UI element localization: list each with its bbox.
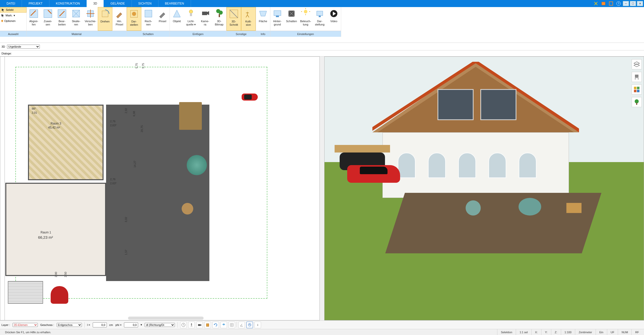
- ribbon-icon: [100, 8, 111, 19]
- svg-rect-1: [609, 2, 613, 5]
- terrain-select[interactable]: Urgelände: [7, 45, 40, 49]
- angle-icon[interactable]: [238, 322, 245, 328]
- ribbon-btn-beleuch[interactable]: Beleuch- tung: [299, 7, 313, 31]
- ribbon-btn-hinter[interactable]: Hinter- grund: [270, 7, 284, 31]
- ribbon: Selekt Mark. ▾ ✚ Optionen Auswahl Abgrei…: [0, 7, 644, 43]
- svg-rect-35: [635, 75, 638, 77]
- optionen-label: Optionen: [4, 19, 16, 22]
- ribbon-btn-zuwei[interactable]: Zuwei- sen: [41, 7, 55, 31]
- ribbon-btn-kolli[interactable]: Kolli- sion: [241, 7, 256, 31]
- camera-icon[interactable]: [196, 322, 203, 328]
- window-icon[interactable]: [608, 0, 614, 7]
- dropdown-icon[interactable]: ▾: [141, 323, 142, 326]
- svg-rect-39: [634, 87, 636, 89]
- ribbon-btn-skalie[interactable]: Skalie- ren: [69, 7, 83, 31]
- info-icon[interactable]: i: [254, 322, 261, 328]
- ribbon-btn-flche[interactable]: Fläche: [256, 7, 270, 31]
- svg-marker-31: [377, 67, 574, 132]
- svg-point-46: [191, 323, 192, 324]
- ribbon-btn-dar[interactable]: Dar- stellung: [313, 7, 327, 31]
- ribbon-label: Verschie- ben: [85, 20, 96, 26]
- svg-point-18: [219, 11, 223, 15]
- ribbon-label: Kolli- sion: [245, 20, 251, 26]
- geschoss-select[interactable]: Erdgeschos: [57, 323, 82, 327]
- ribbon-btn-abgrei[interactable]: Abgrei- fen: [27, 7, 41, 31]
- ribbon-btn-d[interactable]: 3D- Bitmap: [212, 7, 226, 31]
- book-icon[interactable]: [600, 0, 607, 7]
- room-1: [5, 183, 106, 276]
- walk-icon[interactable]: [188, 322, 195, 328]
- minimize-button[interactable]: ─: [623, 1, 629, 6]
- room1-area: 66,23 m²: [38, 235, 53, 239]
- l-input[interactable]: [93, 322, 107, 327]
- menu-sichten[interactable]: SICHTEN: [132, 0, 158, 7]
- maximize-button[interactable]: ☐: [630, 1, 636, 6]
- viewport-2d[interactable]: Raum 3 45,42 m² Raum 1 66,23 m² 88⁵ 2,01…: [0, 56, 320, 320]
- tree-icon[interactable]: [632, 97, 642, 107]
- menu-bar: DATEI PROJEKT KONSTRUKTION 3D GELÄNDE SI…: [0, 0, 644, 7]
- close-button[interactable]: ✕: [637, 1, 643, 6]
- dim-575a: 5,75: [135, 63, 138, 68]
- ribbon-btn-rech[interactable]: Rech- nen: [141, 7, 155, 31]
- ribbon-label: Kame- ra: [201, 20, 209, 26]
- tools-icon[interactable]: [593, 0, 599, 7]
- ribbon-icon: [71, 8, 82, 19]
- dim-250: 2,50: [64, 272, 67, 277]
- ribbon-btn-verschie[interactable]: Verschie- ben: [83, 7, 98, 31]
- ribbon-label: Pinsel: [159, 20, 166, 23]
- chair-icon[interactable]: [632, 72, 642, 82]
- ribbon-btn-licht[interactable]: Licht- quelle ▾: [184, 7, 198, 31]
- ribbon-btn-pinsel[interactable]: Pinsel: [155, 7, 170, 31]
- phi-input[interactable]: [124, 322, 138, 327]
- ribbon-btn-hin[interactable]: Hin. Pinsel: [112, 7, 126, 31]
- menu-datei[interactable]: DATEI: [0, 0, 22, 7]
- geschoss-label: Geschoss :: [40, 323, 54, 326]
- ribbon-btn-kame[interactable]: Kame- ra: [198, 7, 212, 31]
- bottom-toolbar: Layer : 2D-Elemen Geschoss : Erdgeschos …: [0, 320, 644, 329]
- ribbon-btn-d[interactable]: 3D- Schnitt: [227, 7, 241, 31]
- titlebar-right: ? ─ ☐ ✕: [593, 0, 644, 7]
- ribbon-label: Objekt: [173, 20, 181, 23]
- menu-bearbeiten[interactable]: BEARBEITEN: [158, 0, 191, 7]
- refresh-icon[interactable]: [212, 322, 219, 328]
- viewport-3d[interactable]: [324, 56, 644, 320]
- selekt-toggle[interactable]: Selekt: [0, 7, 26, 13]
- ribbon-btn-dar[interactable]: Dar- stellen: [127, 7, 141, 31]
- group-info: Info: [256, 31, 270, 37]
- menu-projekt[interactable]: PROJEKT: [22, 0, 49, 7]
- svg-rect-5: [44, 10, 52, 18]
- ribbon-label: Drehen: [101, 20, 110, 23]
- clock-icon[interactable]: [180, 322, 187, 328]
- ribbon-btn-drehen[interactable]: Drehen: [98, 7, 112, 31]
- ribbon-btn-video[interactable]: Video: [327, 7, 341, 31]
- dim-263b: 2,63⁵: [110, 182, 116, 185]
- layers-small-icon[interactable]: [220, 322, 227, 328]
- menu-3d[interactable]: 3D: [87, 0, 104, 7]
- menu-konstruktion[interactable]: KONSTRUKTION: [49, 0, 87, 7]
- north-icon[interactable]: N: [246, 322, 253, 328]
- paste-icon[interactable]: [204, 322, 211, 328]
- ribbon-btn-bear[interactable]: Bear- beiten: [55, 7, 69, 31]
- ribbon-icon: [314, 8, 325, 19]
- dl-select[interactable]: dl (Richtung/Di: [145, 323, 175, 327]
- ribbon-btn-schatten[interactable]: Schatten: [284, 7, 299, 31]
- layer-select[interactable]: 2D-Elemen: [13, 323, 38, 327]
- dining-set-3d: [556, 198, 592, 218]
- layers-icon[interactable]: [632, 59, 642, 69]
- svg-rect-14: [190, 13, 192, 16]
- l-label: l =: [87, 323, 90, 326]
- help-icon[interactable]: ?: [615, 0, 622, 7]
- ribbon-btn-objekt[interactable]: Objekt: [170, 7, 184, 31]
- umbrella-2d: [187, 155, 207, 175]
- mark-toggle[interactable]: Mark. ▾: [0, 13, 26, 18]
- optionen-toggle[interactable]: ✚ Optionen: [0, 18, 26, 24]
- car-bottom-2d: [51, 286, 68, 304]
- grid-icon[interactable]: [229, 322, 235, 328]
- ribbon-icon: [214, 8, 225, 19]
- menu-gelaende[interactable]: GELÄNDE: [104, 0, 132, 7]
- scrollbar-horizontal[interactable]: [128, 317, 204, 320]
- viewport-divider[interactable]: [320, 56, 324, 320]
- ribbon-icon: [56, 8, 68, 19]
- status-x: X:: [531, 329, 541, 335]
- materials-icon[interactable]: [632, 84, 642, 95]
